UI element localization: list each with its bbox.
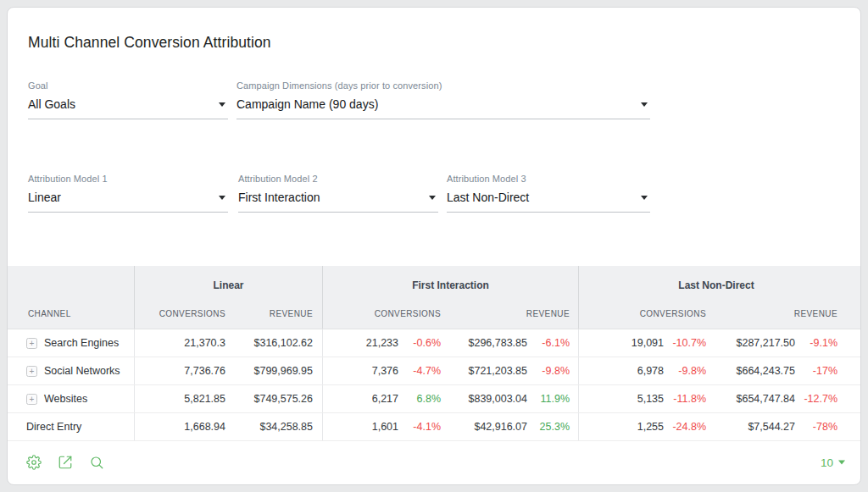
fi-revenue-cell: $42,916.07 25.3% [441,413,578,440]
attribution-model-3-label: Attribution Model 3 [447,174,650,184]
attribution-model-3-value: Last Non-Direct [447,191,529,204]
column-header-channel: CHANNEL [8,298,134,329]
fi-revenue-cell: $721,203.85 -9.8% [441,357,578,384]
lnd-revenue-cell: $7,544.27 -78% [706,413,854,440]
page-size-value: 10 [821,456,833,469]
page-title: Multi Channel Conversion Attribution [28,34,271,52]
lnd-conversions-cell: 6,978 -9.8% [578,357,706,384]
fi-conversions-delta: -4.7% [398,365,441,377]
fi-revenue-value: $296,783.85 [468,337,527,349]
goal-label: Goal [28,80,228,91]
fi-conversions-delta: -4.1% [398,421,441,433]
channel-label: Websites [44,393,87,405]
channel-label: Search Engines [44,337,119,349]
attribution-model-1-value: Linear [28,191,61,204]
attribution-model-3-dropdown[interactable]: Attribution Model 3 Last Non-Direct [447,174,650,213]
table-header: Linear First Interaction Last Non-Direct… [8,266,860,329]
channel-group-spacer [8,266,134,298]
column-header-lnd-revenue: REVENUE [706,298,854,329]
goal-value: All Goals [28,97,75,111]
chevron-down-icon [429,196,436,200]
group-header-first-interaction: First Interaction [322,266,578,298]
fi-revenue-delta: -9.8% [527,365,570,377]
lnd-conversions-delta: -11.8% [664,393,706,405]
linear-conversions-value: 1,668.94 [134,413,225,440]
fi-conversions-cell: 1,601 -4.1% [322,413,441,440]
linear-conversions-value: 5,821.85 [134,385,225,412]
attribution-model-2-dropdown[interactable]: Attribution Model 2 First Interaction [238,174,438,213]
fi-revenue-cell: $839,003.04 11.9% [441,385,578,412]
attribution-model-1-label: Attribution Model 1 [28,174,228,184]
fi-revenue-delta: 11.9% [527,393,570,405]
lnd-revenue-delta: -12.7% [795,393,837,405]
column-header-linear-revenue: REVENUE [225,298,322,329]
lnd-conversions-value: 5,135 [637,393,664,405]
expand-row-icon[interactable]: + [26,366,37,377]
fi-conversions-cell: 21,233 -0.6% [322,329,441,357]
lnd-conversions-value: 19,091 [632,337,664,349]
lnd-revenue-value: $7,544.27 [748,421,795,433]
fi-revenue-cell: $296,783.85 -6.1% [441,329,578,357]
campaign-dimensions-dropdown[interactable]: Campaign Dimensions (days prior to conve… [236,80,650,119]
lnd-conversions-value: 1,255 [637,421,664,433]
lnd-conversions-delta: -24.8% [664,421,706,433]
search-icon[interactable] [89,455,104,470]
column-header-fi-conversions: CONVERSIONS [322,298,441,329]
lnd-revenue-delta: -78% [795,421,837,433]
campaign-dimensions-value: Campaign Name (90 days) [236,97,378,111]
fi-conversions-value: 6,217 [372,393,398,405]
column-header-fi-revenue: REVENUE [441,298,578,329]
fi-conversions-delta: -0.6% [398,337,441,349]
fi-revenue-delta: 25.3% [527,421,570,433]
fi-conversions-value: 7,376 [372,365,398,377]
lnd-conversions-delta: -9.8% [664,365,706,377]
channel-cell: + Websites [8,385,134,412]
lnd-revenue-delta: -9.1% [795,337,837,349]
fi-revenue-delta: -6.1% [527,337,570,349]
group-header-last-non-direct: Last Non-Direct [578,266,854,298]
group-header-linear: Linear [134,266,322,298]
fi-conversions-value: 1,601 [372,421,398,433]
chevron-down-icon [641,102,648,107]
fi-conversions-cell: 6,217 6.8% [322,385,441,412]
lnd-conversions-cell: 5,135 -11.8% [578,385,706,412]
channel-cell: Direct Entry [8,413,134,440]
table-row: + Websites 5,821.85 $749,575.26 6,217 6.… [8,385,860,413]
attribution-model-1-dropdown[interactable]: Attribution Model 1 Linear [28,174,228,213]
campaign-dimensions-label: Campaign Dimensions (days prior to conve… [236,80,650,91]
attribution-model-2-label: Attribution Model 2 [238,174,438,184]
goal-dropdown[interactable]: Goal All Goals [28,80,228,119]
chevron-down-icon [838,461,845,465]
chevron-down-icon [219,196,225,200]
channel-label: Direct Entry [26,421,81,433]
linear-conversions-value: 21,370.3 [134,329,225,357]
table-footer: 10 [8,439,860,485]
lnd-revenue-cell: $664,243.75 -17% [706,357,854,384]
report-card: Multi Channel Conversion Attribution Goa… [7,7,861,485]
fi-conversions-delta: 6.8% [398,393,441,405]
column-header-lnd-conversions: CONVERSIONS [578,298,706,329]
channel-cell: + Search Engines [8,329,134,357]
chevron-down-icon [219,102,225,107]
export-icon[interactable] [58,455,73,470]
lnd-revenue-value: $664,243.75 [736,365,795,377]
expand-row-icon[interactable]: + [26,394,37,405]
linear-revenue-value: $316,102.62 [225,329,322,357]
chevron-down-icon [641,196,648,200]
fi-revenue-value: $42,916.07 [474,421,527,433]
fi-revenue-value: $839,003.04 [468,393,527,405]
attribution-model-2-value: First Interaction [238,191,320,204]
linear-conversions-value: 7,736.76 [134,357,225,384]
table-row: + Social Networks 7,736.76 $799,969.95 7… [8,357,860,385]
table-row: + Search Engines 21,370.3 $316,102.62 21… [8,329,860,357]
page-size-dropdown[interactable]: 10 [821,456,845,469]
channel-label: Social Networks [44,365,120,377]
settings-icon[interactable] [26,455,42,470]
expand-row-icon[interactable]: + [26,338,37,349]
lnd-revenue-cell: $654,747.84 -12.7% [706,385,854,412]
lnd-conversions-cell: 19,091 -10.7% [578,329,706,357]
lnd-revenue-value: $654,747.84 [736,393,795,405]
lnd-revenue-cell: $287,217.50 -9.1% [706,329,854,357]
lnd-conversions-value: 6,978 [637,365,664,377]
fi-revenue-value: $721,203.85 [468,365,527,377]
